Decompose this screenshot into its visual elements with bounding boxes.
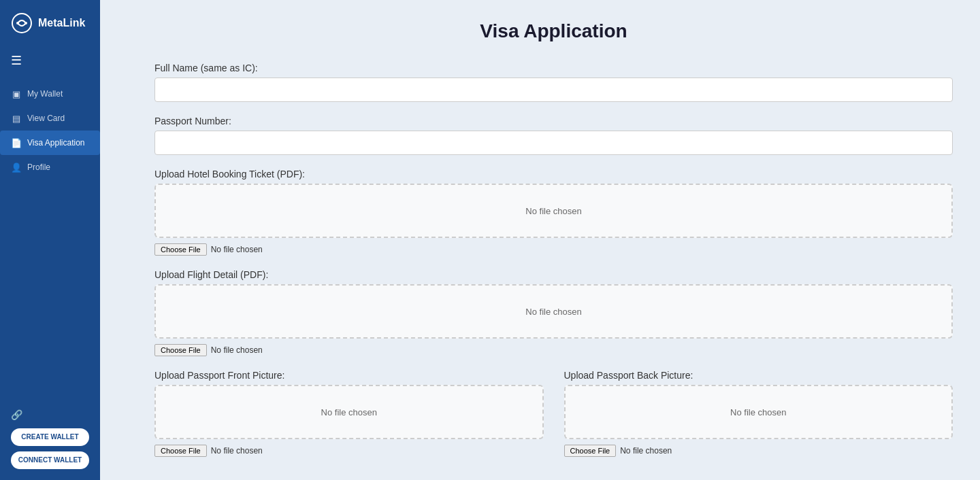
flight-no-file-label: No file chosen: [211, 345, 263, 355]
svg-point-0: [12, 14, 31, 33]
full-name-section: Full Name (same as IC):: [154, 63, 953, 102]
sidebar-item-label: View Card: [27, 114, 65, 123]
sidebar-item-label: Profile: [27, 162, 50, 172]
sidebar-item-visa-application[interactable]: 📄 Visa Application: [0, 131, 100, 155]
passport-front-section: Upload Passport Front Picture: No file c…: [154, 370, 544, 457]
passport-front-choose-file-button[interactable]: Choose File: [154, 445, 207, 457]
upload-passport-back-label: Upload Passport Back Picture:: [564, 370, 953, 381]
person-icon: 👤: [11, 162, 22, 173]
sidebar-item-label: Visa Application: [27, 138, 85, 148]
passport-number-input[interactable]: [154, 131, 953, 155]
sidebar-logo-text: MetaLink: [38, 17, 85, 29]
passport-front-upload-zone[interactable]: No file chosen: [154, 385, 544, 439]
logo-icon: [11, 12, 33, 34]
hotel-no-file-label: No file chosen: [211, 245, 263, 254]
main-content: Visa Application Full Name (same as IC):…: [100, 0, 980, 480]
passport-back-upload-zone[interactable]: No file chosen: [564, 385, 953, 439]
passport-number-section: Passport Number:: [154, 116, 953, 155]
upload-hotel-label: Upload Hotel Booking Ticket (PDF):: [154, 169, 953, 179]
link-icon: 🔗: [11, 409, 22, 420]
sidebar-item-view-card[interactable]: ▤ View Card: [0, 106, 100, 131]
flight-upload-zone[interactable]: No file chosen: [154, 284, 953, 339]
create-wallet-button[interactable]: CREATE WALLET: [11, 428, 89, 446]
passport-back-no-file-label: No file chosen: [620, 446, 672, 456]
hamburger-menu[interactable]: ☰: [0, 46, 100, 75]
hotel-file-input-row: Choose File No file chosen: [154, 243, 953, 256]
sidebar-bottom: 🔗 CREATE WALLET CONNECT WALLET: [0, 398, 100, 480]
passport-back-file-input-row: Choose File No file chosen: [564, 445, 953, 457]
passport-front-file-input-row: Choose File No file chosen: [154, 445, 544, 457]
passport-front-no-file-label: No file chosen: [211, 446, 263, 456]
sidebar-item-label: My Wallet: [27, 89, 63, 99]
flight-upload-placeholder: No file chosen: [525, 307, 581, 317]
hamburger-icon: ☰: [11, 54, 22, 67]
full-name-label: Full Name (same as IC):: [154, 63, 953, 73]
full-name-input[interactable]: [154, 78, 953, 102]
flight-file-input-row: Choose File No file chosen: [154, 344, 953, 356]
passport-pictures-section: Upload Passport Front Picture: No file c…: [154, 370, 953, 457]
passport-front-placeholder: No file chosen: [321, 407, 377, 417]
sidebar-item-profile[interactable]: 👤 Profile: [0, 155, 100, 179]
sidebar: MetaLink ☰ ▣ My Wallet ▤ View Card 📄 Vis…: [0, 0, 100, 480]
doc-icon: 📄: [11, 137, 22, 148]
upload-flight-label: Upload Flight Detail (PDF):: [154, 269, 953, 280]
sidebar-nav: ▣ My Wallet ▤ View Card 📄 Visa Applicati…: [0, 82, 100, 398]
sidebar-item-my-wallet[interactable]: ▣ My Wallet: [0, 82, 100, 106]
passport-number-label: Passport Number:: [154, 116, 953, 126]
passport-back-choose-file-button[interactable]: Choose File: [564, 445, 617, 457]
hotel-upload-placeholder: No file chosen: [525, 206, 581, 216]
wallet-icon: ▣: [11, 88, 22, 99]
upload-hotel-section: Upload Hotel Booking Ticket (PDF): No fi…: [154, 169, 953, 256]
hotel-upload-zone[interactable]: No file chosen: [154, 184, 953, 238]
flight-choose-file-button[interactable]: Choose File: [154, 344, 207, 356]
passport-back-section: Upload Passport Back Picture: No file ch…: [564, 370, 953, 457]
svg-point-2: [24, 22, 27, 24]
upload-passport-front-label: Upload Passport Front Picture:: [154, 370, 544, 381]
svg-point-1: [16, 22, 19, 24]
passport-back-placeholder: No file chosen: [730, 407, 786, 417]
sidebar-logo: MetaLink: [0, 0, 100, 46]
card-icon: ▤: [11, 113, 22, 124]
upload-flight-section: Upload Flight Detail (PDF): No file chos…: [154, 269, 953, 356]
connect-wallet-button[interactable]: CONNECT WALLET: [11, 451, 89, 469]
page-title: Visa Application: [154, 20, 953, 42]
hotel-choose-file-button[interactable]: Choose File: [154, 243, 207, 256]
